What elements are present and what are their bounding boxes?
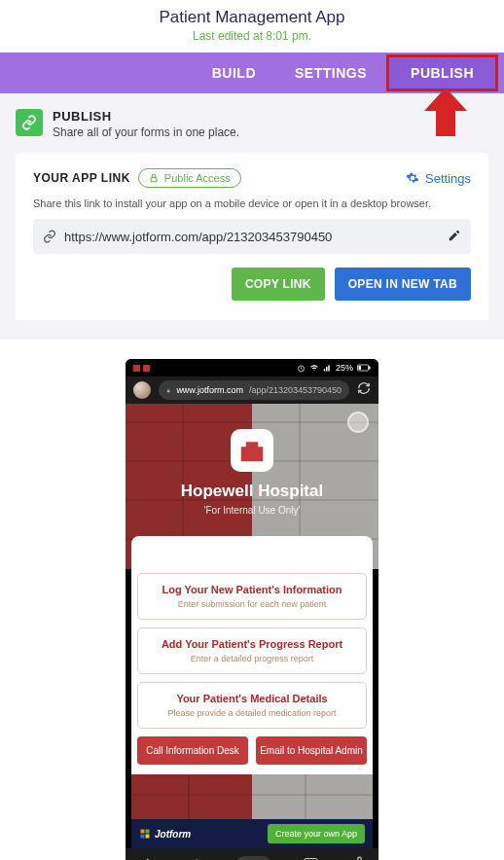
public-access-chip[interactable]: Public Access <box>138 168 241 188</box>
nav-menu-button[interactable]: ••• <box>235 856 272 860</box>
svg-rect-15 <box>146 835 150 839</box>
tab-settings[interactable]: SETTINGS <box>275 53 386 93</box>
svg-rect-6 <box>245 451 248 454</box>
publish-subtitle: Share all of your forms in one place. <box>53 125 239 139</box>
options-panel: Log Your New Patient's Information Enter… <box>131 569 373 774</box>
logo-icon <box>139 828 151 840</box>
share-note: Share this link to install your app on a… <box>33 197 471 209</box>
app-url-text: https://www.jotform.com/app/213203453790… <box>64 230 440 244</box>
alarm-icon <box>297 364 306 373</box>
refresh-icon <box>357 381 371 395</box>
svg-rect-10 <box>257 451 260 454</box>
option-subtitle: Enter submission for each new patient <box>144 599 360 609</box>
svg-rect-0 <box>151 178 157 182</box>
app-url-field[interactable]: https://www.jotform.com/app/213203453790… <box>33 219 471 254</box>
link-small-icon <box>43 230 56 243</box>
option-subtitle: Enter a detailed progress report <box>144 654 360 663</box>
last-edited: Last edited at 8:01 pm. <box>0 29 504 43</box>
svg-rect-12 <box>141 830 145 834</box>
svg-rect-5 <box>167 390 170 392</box>
battery-text: 25% <box>336 363 353 373</box>
gear-icon <box>406 171 419 185</box>
create-app-button[interactable]: Create your own App <box>268 824 365 843</box>
settings-label: Settings <box>425 171 471 186</box>
hero-footer-strip <box>131 774 373 819</box>
option-log-patient[interactable]: Log Your New Patient's Information Enter… <box>137 573 367 620</box>
pencil-icon <box>448 229 461 242</box>
tab-publish-label: PUBLISH <box>389 57 495 89</box>
arrow-right-icon <box>188 855 203 860</box>
link-icon <box>16 109 43 136</box>
edit-url-button[interactable] <box>448 229 461 245</box>
notification-icons <box>133 365 150 372</box>
svg-rect-11 <box>257 456 260 459</box>
lock-icon <box>149 173 159 183</box>
battery-icon <box>357 364 371 372</box>
annotation-arrow-icon <box>424 88 467 140</box>
option-subtitle: Please provide a detailed medication rep… <box>144 708 360 718</box>
refresh-button[interactable] <box>357 381 371 399</box>
app-link-card: YOUR APP LINK Public Access Settings Sha… <box>16 153 488 320</box>
app-hero: Hopewell Hospital 'For Internal Use Only… <box>126 404 378 569</box>
lock-icon <box>166 386 170 395</box>
phone-status-bar: 25% <box>126 359 378 376</box>
svg-rect-9 <box>251 456 254 459</box>
url-domain: www.jotform.com <box>176 385 243 395</box>
app-header: Patient Management App Last edited at 8:… <box>0 0 504 43</box>
hero-subtitle: 'For Internal Use Only' <box>126 505 378 516</box>
phone-preview: 25% www.jotform.com/app/213203453790450 … <box>126 359 378 860</box>
svg-rect-3 <box>369 367 371 370</box>
settings-link[interactable]: Settings <box>406 171 471 186</box>
hospital-icon <box>231 429 273 472</box>
tab-build[interactable]: BUILD <box>193 53 275 93</box>
open-new-tab-button[interactable]: OPEN IN NEW TAB <box>335 268 471 301</box>
arrow-left-icon <box>141 855 157 860</box>
profile-avatar[interactable] <box>133 381 151 399</box>
tab-publish[interactable]: PUBLISH <box>386 54 498 91</box>
browser-address-bar: www.jotform.com/app/213203453790450 <box>126 376 378 404</box>
url-pill[interactable]: www.jotform.com/app/213203453790450 <box>159 380 349 400</box>
brand-name: Jotform <box>155 829 191 840</box>
email-admin-button[interactable]: Email to Hospital Admin <box>256 736 367 765</box>
app-title: Patient Management App <box>0 8 504 27</box>
svg-rect-14 <box>141 835 145 839</box>
nav-forward-button[interactable] <box>188 855 203 860</box>
url-path: /app/213203453790450 <box>249 385 342 395</box>
call-desk-button[interactable]: Call Information Desk <box>137 736 248 765</box>
browser-nav-bar: ••• 1 <box>126 848 378 860</box>
option-progress-report[interactable]: Add Your Patient's Progress Report Enter… <box>137 627 367 674</box>
hero-title: Hopewell Hospital <box>126 482 378 501</box>
signal-icon <box>323 364 332 373</box>
wifi-icon <box>309 364 319 373</box>
publish-title: PUBLISH <box>53 109 239 124</box>
option-title: Add Your Patient's Progress Report <box>144 638 360 650</box>
svg-rect-8 <box>251 451 254 454</box>
option-title: Your Patient's Medical Details <box>144 693 360 704</box>
nav-back-button[interactable] <box>141 855 157 860</box>
svg-rect-13 <box>146 830 150 834</box>
copy-link-button[interactable]: COPY LINK <box>232 268 325 301</box>
promo-bar: Jotform Create your own App <box>131 819 373 848</box>
option-medical-details[interactable]: Your Patient's Medical Details Please pr… <box>137 682 367 729</box>
your-app-link-heading: YOUR APP LINK <box>33 171 130 185</box>
option-title: Log Your New Patient's Information <box>144 584 360 595</box>
public-access-label: Public Access <box>164 172 231 184</box>
share-icon <box>349 856 363 860</box>
nav-share-button[interactable] <box>349 856 363 860</box>
hero-badge-icon <box>347 412 369 433</box>
svg-rect-4 <box>359 366 362 370</box>
svg-rect-7 <box>245 456 248 459</box>
jotform-logo: Jotform <box>139 828 191 840</box>
